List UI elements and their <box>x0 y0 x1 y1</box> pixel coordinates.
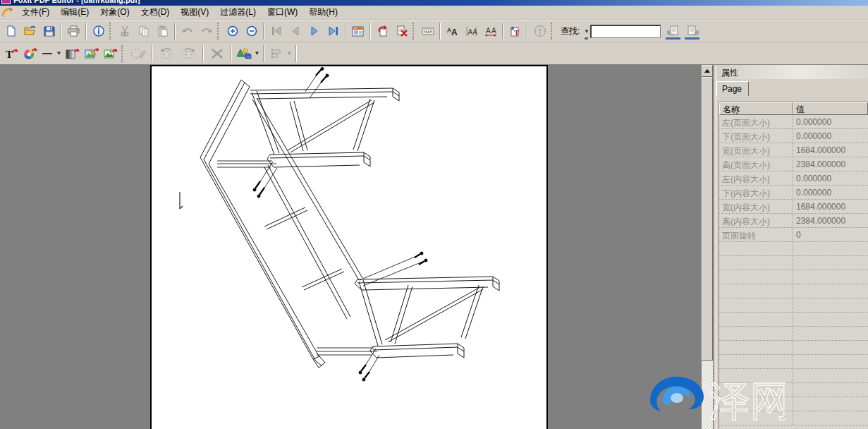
zoom-in-button[interactable] <box>223 22 242 40</box>
copy-button[interactable] <box>134 22 153 40</box>
zoom-out-icon <box>246 25 257 37</box>
rotate-pages-button[interactable] <box>373 22 392 40</box>
grid-header: 名称 值 <box>719 102 868 115</box>
add-text-button[interactable]: T <box>506 22 525 40</box>
line-style-dropdown[interactable]: ▼ <box>55 44 63 63</box>
delete-object-button[interactable] <box>206 44 228 63</box>
edit-text-button[interactable]: T <box>1 44 20 63</box>
edit-shading-button[interactable] <box>63 44 82 63</box>
menu-document[interactable]: 文档(D) <box>135 5 176 20</box>
edit-color-button[interactable] <box>20 44 39 63</box>
zoom-in-icon <box>227 25 238 37</box>
last-page-icon <box>328 26 339 36</box>
menu-file[interactable]: 文件(F) <box>16 5 55 20</box>
toolbar-drag-handle[interactable] <box>217 23 220 40</box>
insert-shapes-button[interactable] <box>234 44 253 63</box>
app-icon <box>1 0 11 4</box>
save-button[interactable] <box>39 22 59 40</box>
toolbar-separator <box>152 45 153 62</box>
properties-panel: 属性 Page 名称 值 左(页面大小) 0.000000 下(页面大小) 0.… <box>716 65 868 429</box>
zoom-out-button[interactable] <box>242 22 261 40</box>
tab-page[interactable]: Page <box>716 81 749 96</box>
find-input[interactable] <box>590 25 661 38</box>
last-page-button[interactable] <box>324 22 343 40</box>
print-button[interactable] <box>64 22 83 40</box>
undo-icon <box>181 26 194 36</box>
virtual-keyboard-button[interactable] <box>418 22 437 40</box>
edit-text-icon: T <box>4 47 18 60</box>
scroll-up-button[interactable] <box>702 65 713 77</box>
property-name: 高(内容大小) <box>719 214 793 227</box>
toolbar-separator <box>85 23 87 40</box>
text-mode-button[interactable]: T <box>530 22 549 40</box>
rotate-object-right-button[interactable] <box>178 44 200 63</box>
find-next-underline <box>685 37 699 40</box>
menu-edit[interactable]: 编辑(E) <box>55 5 94 20</box>
toolbar-separator <box>369 23 371 40</box>
rotate-object-right-icon <box>181 47 197 60</box>
edit-image-button[interactable] <box>82 44 101 63</box>
find-previous-button[interactable] <box>664 22 683 40</box>
property-row: 下(内容大小) 0.000000 <box>719 186 868 200</box>
column-header-value: 值 <box>793 102 868 115</box>
scroll-up-arrow-icon <box>704 69 710 73</box>
menu-bar: 文件(F) 编辑(E) 对象(O) 文档(D) 视图(V) 过滤器(L) 窗口(… <box>0 6 868 20</box>
menu-help[interactable]: 帮助(H) <box>303 5 343 20</box>
property-value: 0.000000 <box>793 129 868 143</box>
page-layout-button[interactable] <box>348 22 367 40</box>
align-objects-button[interactable] <box>267 44 286 63</box>
toolbar-drag-handle[interactable] <box>121 45 124 62</box>
delete-object-icon <box>209 47 226 60</box>
empty-row <box>719 284 868 298</box>
menu-view[interactable]: 视图(V) <box>175 5 214 20</box>
new-document-button[interactable] <box>1 22 20 40</box>
toolbar-drag-handle[interactable] <box>551 23 554 40</box>
rotate-object-left-button[interactable] <box>155 44 178 63</box>
replace-image-button[interactable] <box>101 44 120 63</box>
pdf-page[interactable] <box>150 65 548 429</box>
narrow-font-spacing-button[interactable]: AA <box>462 22 481 40</box>
replace-image-icon <box>104 47 118 60</box>
property-value: 2384.000000 <box>793 214 868 227</box>
find-history-dropdown[interactable]: ▼ <box>582 22 590 40</box>
menu-window[interactable]: 窗口(W) <box>262 5 303 20</box>
align-dropdown[interactable]: ▼ <box>286 44 293 63</box>
previous-page-button[interactable] <box>286 22 305 40</box>
open-file-button[interactable] <box>20 22 39 40</box>
shapes-dropdown[interactable]: ▼ <box>253 44 261 63</box>
select-object-button[interactable] <box>127 44 149 63</box>
toolbar-drag-handle[interactable] <box>412 23 415 40</box>
first-page-button[interactable] <box>267 22 286 40</box>
property-row: 宽(内容大小) 1684.000000 <box>719 200 868 214</box>
svg-text:T: T <box>514 28 520 37</box>
paste-button[interactable] <box>153 22 172 40</box>
cut-button[interactable] <box>115 22 134 40</box>
menu-object[interactable]: 对象(O) <box>94 5 135 20</box>
redo-button[interactable] <box>197 22 216 40</box>
main-toolbar: A A AA A A T T 查找: ▼ <box>0 20 868 42</box>
empty-row <box>719 256 868 270</box>
empty-row <box>719 270 868 284</box>
empty-row <box>719 411 868 425</box>
property-row: 左(内容大小) 0.000000 <box>719 171 868 186</box>
svg-text:A: A <box>486 27 491 35</box>
object-toolbar: T ▼ <box>0 42 868 65</box>
document-info-button[interactable] <box>89 22 108 40</box>
find-next-button[interactable] <box>683 22 702 40</box>
svg-text:T: T <box>6 49 13 60</box>
undo-button[interactable] <box>178 22 197 40</box>
find-previous-underline <box>666 37 680 40</box>
menu-filter[interactable]: 过滤器(L) <box>214 5 262 20</box>
next-page-button[interactable] <box>305 22 324 40</box>
svg-text:T: T <box>537 28 542 35</box>
edit-line-button[interactable] <box>39 44 55 63</box>
vertical-scrollbar[interactable] <box>702 65 713 429</box>
document-window-icon[interactable] <box>1 7 13 18</box>
toolbar-drag-handle[interactable] <box>109 23 112 40</box>
embed-font-button[interactable]: A A <box>443 22 462 40</box>
scrollbar-thumb[interactable] <box>702 77 713 361</box>
embed-font-icon: A A <box>446 26 458 37</box>
delete-pages-button[interactable] <box>392 22 411 40</box>
widen-font-spacing-button[interactable]: A A <box>481 22 500 40</box>
column-header-name: 名称 <box>719 102 793 115</box>
